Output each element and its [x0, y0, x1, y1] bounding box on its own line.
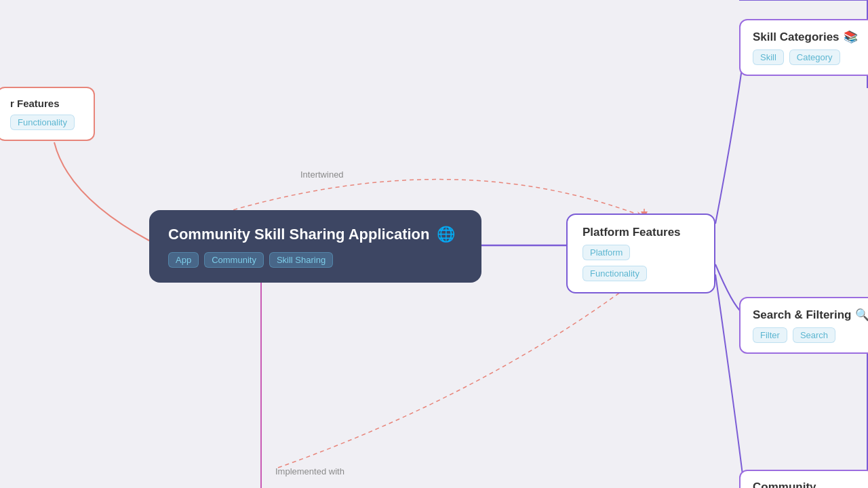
tag-app: App [168, 252, 199, 268]
node-left-tags: Functionality [10, 115, 81, 130]
globe-icon: 🌐 [436, 225, 455, 244]
tag-functionality: Functionality [10, 115, 75, 130]
node-left-title: r Features [10, 98, 81, 109]
node-central-tags: App Community Skill Sharing [168, 252, 462, 268]
node-platform-tags: Platform Functionality [583, 245, 699, 281]
books-icon: 📚 [844, 30, 858, 44]
tag-category: Category [789, 49, 840, 65]
node-platform-features[interactable]: Platform Features Platform Functionality [566, 214, 715, 293]
tag-filter: Filter [753, 327, 787, 343]
node-left-features[interactable]: r Features Functionality [0, 87, 95, 141]
tag-functionality: Functionality [583, 266, 647, 281]
node-search-title: Search & Filtering 🔍 [753, 308, 868, 322]
node-central-title: Community Skill Sharing Application 🌐 [168, 225, 462, 244]
tag-skill: Skill [753, 49, 784, 65]
node-skill-categories-tags: Skill Category [753, 49, 868, 65]
tag-community: Community [204, 252, 264, 268]
node-skill-categories-title: Skill Categories 📚 [753, 30, 868, 44]
tag-skill-sharing: Skill Sharing [269, 252, 333, 268]
node-skill-categories[interactable]: Skill Categories 📚 Skill Category [739, 19, 868, 76]
mind-map-canvas[interactable]: r Features Functionality Skill Categorie… [0, 0, 868, 488]
node-search-filtering[interactable]: Search & Filtering 🔍 Filter Search [739, 297, 868, 354]
label-implemented-with: Implemented with [275, 466, 344, 476]
tag-search: Search [793, 327, 835, 343]
node-community-mgmt-title: Community Manageme [753, 481, 861, 488]
node-platform-title: Platform Features [583, 226, 699, 239]
label-intertwined: Intertwined [300, 169, 344, 180]
search-icon: 🔍 [855, 308, 868, 322]
tag-platform: Platform [583, 245, 630, 260]
node-search-tags: Filter Search [753, 327, 868, 343]
node-central[interactable]: Community Skill Sharing Application 🌐 Ap… [149, 210, 481, 283]
node-community-management[interactable]: Community Manageme [739, 470, 868, 488]
